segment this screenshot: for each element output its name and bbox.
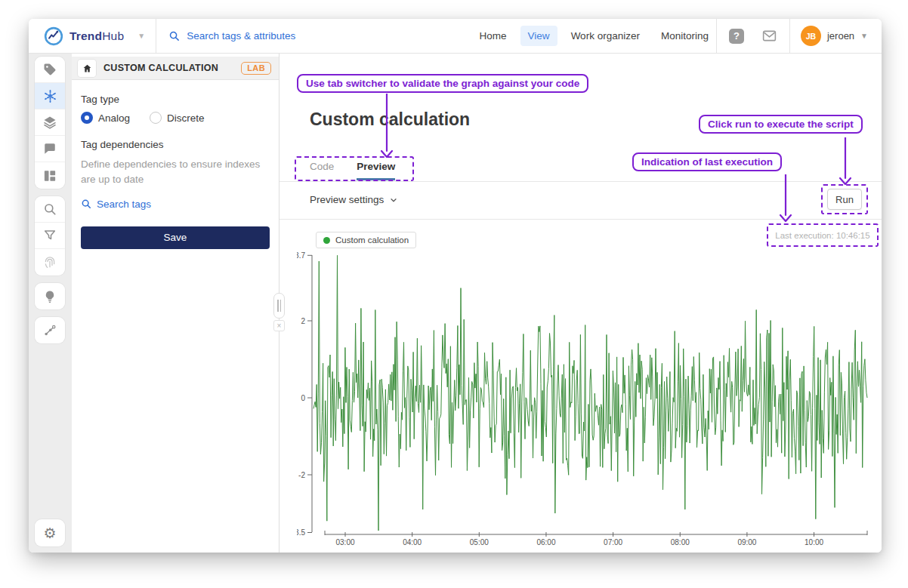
splitter-drag-handle[interactable] bbox=[273, 293, 285, 319]
help-icon: ? bbox=[729, 29, 744, 44]
sidebar-item-search[interactable] bbox=[35, 196, 65, 223]
svg-text:0: 0 bbox=[301, 394, 305, 402]
radio-analog-label: Analog bbox=[98, 112, 130, 124]
sidebar-item-filter[interactable] bbox=[35, 223, 65, 249]
chevron-down-icon bbox=[389, 195, 398, 205]
tab-preview[interactable]: Preview bbox=[357, 161, 395, 180]
gear-icon: ⚙ bbox=[43, 526, 56, 540]
svg-text:04:00: 04:00 bbox=[403, 538, 422, 546]
svg-text:09:00: 09:00 bbox=[737, 538, 756, 546]
main-content: Custom calculation Code Preview Preview … bbox=[280, 54, 882, 553]
nav-item-view[interactable]: View bbox=[520, 26, 557, 46]
tab-bar: Code Preview bbox=[310, 161, 395, 180]
svg-text:05:00: 05:00 bbox=[470, 538, 489, 546]
svg-text:-2: -2 bbox=[298, 471, 305, 479]
icon-rail: ⚙ bbox=[29, 54, 72, 553]
lightbulb-icon bbox=[43, 290, 57, 303]
dashboard-layout-icon bbox=[43, 169, 57, 183]
legend-series-dot-icon bbox=[323, 237, 330, 244]
annotation-last-execution: Indication of last execution bbox=[632, 152, 782, 171]
fingerprint-icon bbox=[43, 256, 57, 269]
sidebar-item-custom-calculation[interactable] bbox=[35, 83, 65, 109]
preview-settings-label: Preview settings bbox=[310, 194, 384, 205]
tag-dependencies-hint: Define dependencies to ensure indexes ar… bbox=[81, 157, 270, 188]
annotation-arrow-to-run bbox=[839, 137, 852, 186]
user-chevron-down-icon: ▼ bbox=[860, 32, 868, 40]
tag-type-label: Tag type bbox=[81, 94, 270, 105]
main-nav: Home View Work organizer Monitoring bbox=[472, 26, 716, 46]
sidebar-item-insights[interactable] bbox=[35, 283, 65, 309]
last-execution-status: Last execution: 10:46:15 bbox=[767, 223, 879, 247]
panel-header: CUSTOM CALCULATION LAB bbox=[72, 57, 279, 80]
radio-discrete[interactable]: Discrete bbox=[150, 112, 205, 124]
radio-unselected-icon bbox=[150, 112, 162, 124]
annotation-tab-switcher: Use tab switcher to validate the graph a… bbox=[297, 74, 588, 93]
global-search bbox=[156, 30, 350, 42]
app-window: TrendHub ▼ Home View Work organizer Moni… bbox=[29, 19, 882, 553]
search-icon bbox=[43, 202, 57, 216]
messages-button[interactable] bbox=[755, 19, 785, 54]
layers-icon bbox=[43, 115, 57, 129]
svg-text:10:00: 10:00 bbox=[805, 538, 823, 546]
legend-series-label: Custom calculation bbox=[335, 236, 409, 245]
search-icon bbox=[168, 30, 180, 42]
envelope-icon bbox=[761, 28, 777, 44]
sidebar-item-tags[interactable] bbox=[35, 57, 65, 83]
sidebar-item-graph-relations[interactable] bbox=[35, 317, 65, 343]
toolbar-divider bbox=[280, 219, 882, 220]
sidebar-item-comments[interactable] bbox=[35, 136, 65, 162]
help-button[interactable]: ? bbox=[721, 19, 752, 54]
radio-discrete-label: Discrete bbox=[167, 112, 205, 124]
sidebar-item-layers[interactable] bbox=[35, 109, 65, 136]
sidebar-item-fingerprint[interactable] bbox=[35, 249, 65, 276]
radio-selected-icon bbox=[81, 112, 93, 124]
filter-funnel-icon bbox=[43, 229, 57, 242]
splitter-close-button[interactable]: × bbox=[273, 320, 285, 331]
tabs-divider bbox=[280, 181, 882, 182]
nav-item-home[interactable]: Home bbox=[472, 26, 514, 46]
radio-analog[interactable]: Analog bbox=[81, 112, 130, 124]
custom-calculation-icon bbox=[43, 89, 57, 103]
panel-title: CUSTOM CALCULATION bbox=[103, 63, 233, 73]
home-button[interactable] bbox=[78, 60, 96, 77]
nav-item-work-organizer[interactable]: Work organizer bbox=[564, 26, 647, 46]
svg-text:-3.5: -3.5 bbox=[297, 528, 305, 537]
search-tags-label: Search tags bbox=[97, 199, 151, 210]
logo-chevron-down-icon[interactable]: ▼ bbox=[137, 32, 145, 40]
nav-item-monitoring[interactable]: Monitoring bbox=[653, 26, 716, 46]
svg-text:07:00: 07:00 bbox=[604, 538, 622, 546]
user-name: jeroen bbox=[827, 30, 854, 42]
run-button[interactable]: Run bbox=[827, 189, 862, 210]
trendhub-logo-icon bbox=[44, 26, 63, 46]
settings-button[interactable]: ⚙ bbox=[35, 519, 65, 546]
preview-settings-button[interactable]: Preview settings bbox=[310, 194, 398, 205]
annotation-run: Click run to execute the script bbox=[699, 115, 863, 134]
top-navbar: TrendHub ▼ Home View Work organizer Moni… bbox=[29, 19, 882, 54]
custom-calculation-chart[interactable]: 3.720-2-3.503:0004:0005:0006:0007:0008:0… bbox=[297, 248, 872, 551]
app-logo[interactable]: TrendHub ▼ bbox=[29, 26, 156, 46]
search-tags-link[interactable]: Search tags bbox=[81, 199, 270, 210]
user-menu[interactable]: JB jeroen ▼ bbox=[790, 26, 882, 46]
tag-dependencies-label: Tag dependencies bbox=[81, 139, 270, 150]
home-icon bbox=[82, 63, 92, 73]
save-button[interactable]: Save bbox=[81, 226, 270, 249]
navbar-divider bbox=[716, 19, 717, 54]
chart-legend[interactable]: Custom calculation bbox=[316, 232, 416, 248]
search-icon bbox=[81, 199, 91, 209]
svg-text:2: 2 bbox=[301, 317, 305, 325]
tag-icon bbox=[43, 63, 57, 76]
app-name: TrendHub bbox=[69, 29, 124, 43]
custom-calculation-panel: CUSTOM CALCULATION LAB Tag type Analog D… bbox=[72, 54, 280, 553]
tab-code[interactable]: Code bbox=[310, 161, 334, 180]
svg-text:08:00: 08:00 bbox=[671, 538, 690, 546]
sidebar-item-dashboard[interactable] bbox=[35, 162, 65, 189]
search-input[interactable] bbox=[187, 30, 338, 42]
page-title: Custom calculation bbox=[310, 109, 470, 130]
panel-splitter: × bbox=[273, 293, 285, 331]
avatar: JB bbox=[801, 26, 821, 46]
comment-icon bbox=[43, 142, 57, 155]
lab-badge: LAB bbox=[241, 62, 271, 75]
svg-text:03:00: 03:00 bbox=[335, 538, 354, 546]
graph-nodes-icon bbox=[43, 324, 57, 337]
svg-text:3.7: 3.7 bbox=[297, 251, 305, 260]
